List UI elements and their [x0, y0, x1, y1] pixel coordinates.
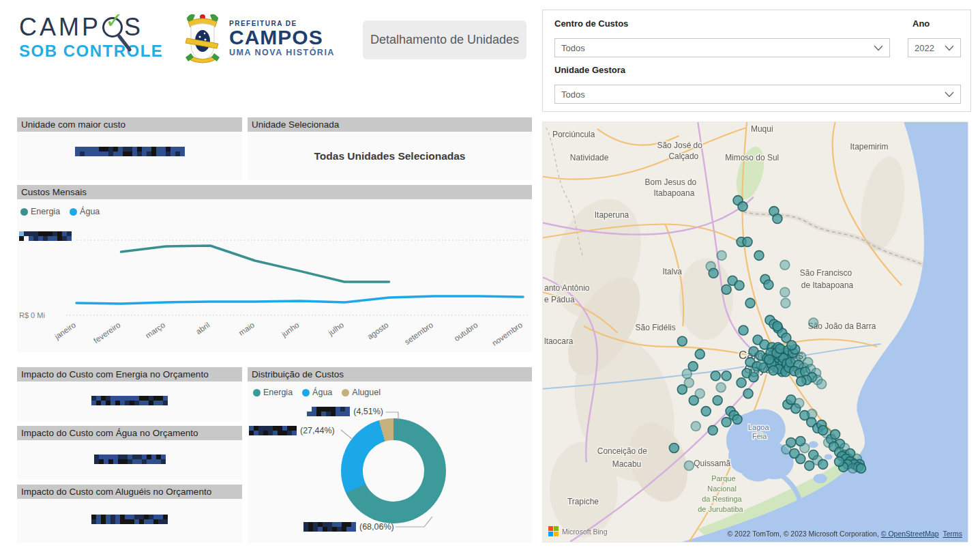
card-distribuicao-title: Distribuição de Custos [248, 367, 532, 381]
svg-text:da Restinga: da Restinga [702, 495, 742, 503]
svg-text:Muqui: Muqui [751, 124, 773, 134]
svg-text:janeiro: janeiro [53, 321, 77, 341]
svg-text:Quissamã: Quissamã [694, 459, 730, 468]
centro-de-custos-value: Todos [561, 43, 585, 53]
legend-item-energia: Energia [20, 207, 60, 216]
unidade-gestora-value: Todos [561, 89, 585, 100]
centro-de-custos-label: Centro de Custos [554, 18, 628, 29]
svg-text:Calçado: Calçado [668, 152, 698, 161]
card-maior-custo: Unidade com maior custo [17, 117, 242, 180]
map-canvas: PorciúnculaNatividadeSão José doCalçadoM… [543, 122, 968, 542]
card-impacto-energia-title: Impacto do Custo com Energia no Orçament… [17, 367, 242, 381]
unidade-gestora-label: Unidade Gestora [554, 65, 625, 75]
callout-aluguel: (4,51%) [307, 407, 383, 416]
legend-item-aluguel: Aluguel [342, 388, 381, 397]
svg-text:abril: abril [194, 321, 211, 336]
page-title-button[interactable]: Detalhamento de Unidades [363, 20, 526, 59]
card-impacto-alugueis-title: Impacto do Custo com Aluguéis no Orçamen… [17, 485, 242, 499]
prefeitura-text: PREFEITURA DE CAMPOS UMA NOVA HISTÓRIA [229, 20, 335, 57]
svg-text:Italva: Italva [662, 267, 682, 276]
callout-energia: (68,06%) [303, 522, 394, 532]
svg-text:junho: junho [280, 321, 301, 339]
svg-text:Lagoa: Lagoa [748, 423, 769, 431]
svg-text:Itaperuna: Itaperuna [595, 210, 629, 220]
card-custos-mensais: Custos Mensais Energia Água R$ 0 Mi jane… [17, 185, 532, 352]
redacted-value [91, 396, 168, 405]
terms-link[interactable]: Terms [942, 530, 962, 538]
line-series-group [76, 246, 523, 304]
legend-item-agua: Água [302, 388, 332, 397]
svg-text:novembro: novembro [490, 321, 524, 347]
openstreetmap-link[interactable]: © OpenStreetMap [881, 530, 939, 538]
map-attribution: © 2022 TomTom, © 2023 Microsoft Corporat… [727, 530, 962, 538]
svg-text:agosto: agosto [366, 321, 389, 341]
svg-text:julho: julho [327, 321, 346, 337]
legend-item-energia: Energia [253, 388, 293, 397]
dashboard-page: CAMP✓S SOB CONTROLE PREFEITURA DE CAMPOS… [0, 0, 980, 548]
agua-dot-icon [302, 389, 310, 396]
svg-text:Conceição de: Conceição de [597, 446, 647, 456]
campos-sob-controle-logo: CAMP✓S SOB CONTROLE [19, 14, 166, 61]
legend-item-agua: Água [70, 207, 100, 216]
svg-text:Parque: Parque [711, 474, 735, 482]
unidade-gestora-dropdown[interactable]: Todos [554, 85, 961, 104]
svg-text:Trapiche: Trapiche [567, 497, 599, 506]
coat-of-arms-icon [183, 12, 222, 64]
svg-text:Mimoso do Sul: Mimoso do Sul [725, 153, 779, 162]
distribuicao-donut-chart[interactable] [341, 418, 446, 523]
magnifier-check-icon: ✓ [102, 17, 123, 38]
prefeitura-tagline: UMA NOVA HISTÓRIA [229, 48, 335, 57]
svg-text:fevereiro: fevereiro [92, 321, 122, 345]
line-legend: Energia Água [20, 207, 100, 216]
svg-text:ltaocara: ltaocara [544, 336, 574, 346]
card-impacto-agua-title: Impacto do Custo com Água no Orçamento [17, 426, 242, 440]
card-impacto-energia: Impacto do Custo com Energia no Orçament… [17, 367, 242, 421]
custos-mensais-line-chart[interactable]: R$ 0 Mi janeirofevereiromarçoabrilmaioju… [17, 222, 532, 352]
ano-dropdown[interactable]: 2022 [908, 38, 961, 57]
redacted-value [94, 455, 166, 464]
svg-text:Porciúncula: Porciúncula [552, 130, 595, 139]
svg-text:São Fidélis: São Fidélis [636, 323, 676, 332]
redacted-value [303, 522, 356, 532]
logo-text-s: S [124, 14, 143, 41]
prefeitura-name: CAMPOS [229, 27, 335, 48]
card-impacto-alugueis: Impacto do Custo com Aluguéis no Orçamen… [17, 485, 242, 543]
chevron-down-icon [874, 45, 883, 51]
svg-text:São Francisco: São Francisco [800, 268, 852, 278]
aluguel-dot-icon [342, 389, 349, 396]
zero-axis-label: R$ 0 Mi [19, 311, 45, 319]
svg-text:Feia: Feia [752, 432, 767, 440]
svg-text:São José do: São José do [657, 141, 702, 150]
svg-text:e Pádua: e Pádua [544, 295, 575, 304]
ano-value: 2022 [915, 43, 934, 53]
donut-legend: Energia Água Aluguel [253, 388, 381, 397]
redacted-value [91, 515, 168, 524]
svg-text:Macabu: Macabu [612, 459, 642, 469]
logo-text-camp: CAMP [19, 14, 101, 41]
energia-dot-icon [253, 389, 261, 396]
card-impacto-agua: Impacto do Custo com Água no Orçamento [17, 426, 242, 480]
bing-label: Microsoft Bing [562, 528, 608, 536]
microsoft-logo-icon [548, 526, 559, 536]
card-maior-custo-title: Unidade com maior custo [17, 117, 242, 132]
agua-dot-icon [70, 208, 77, 216]
energia-dot-icon [20, 208, 28, 216]
svg-text:maio: maio [237, 321, 256, 337]
filter-panel: Centro de Custos Todos Ano 2022 Unidade … [542, 10, 971, 112]
card-custos-mensais-title: Custos Mensais [17, 185, 532, 199]
svg-text:março: março [144, 321, 166, 340]
logo-line1: CAMP✓S [19, 14, 166, 41]
centro-de-custos-dropdown[interactable]: Todos [554, 38, 890, 57]
redacted-value [307, 407, 350, 416]
x-axis-labels: janeirofevereiromarçoabrilmaiojunhojulho… [53, 321, 524, 347]
callout-agua: (27,44%) [249, 426, 335, 435]
chevron-down-icon [945, 91, 954, 98]
aluguel-pct: (4,51%) [353, 407, 383, 416]
svg-text:de Jurubatiba: de Jurubatiba [698, 505, 743, 513]
chevron-down-icon [945, 45, 954, 51]
ano-label: Ano [912, 18, 930, 29]
redacted-value [249, 426, 297, 435]
bing-map[interactable]: PorciúnculaNatividadeSão José doCalçadoM… [542, 121, 968, 543]
card-unidade-selecionada: Unidade Selecionada Todas Unidades Selec… [248, 117, 532, 180]
bing-logo: Microsoft Bing [548, 526, 608, 536]
